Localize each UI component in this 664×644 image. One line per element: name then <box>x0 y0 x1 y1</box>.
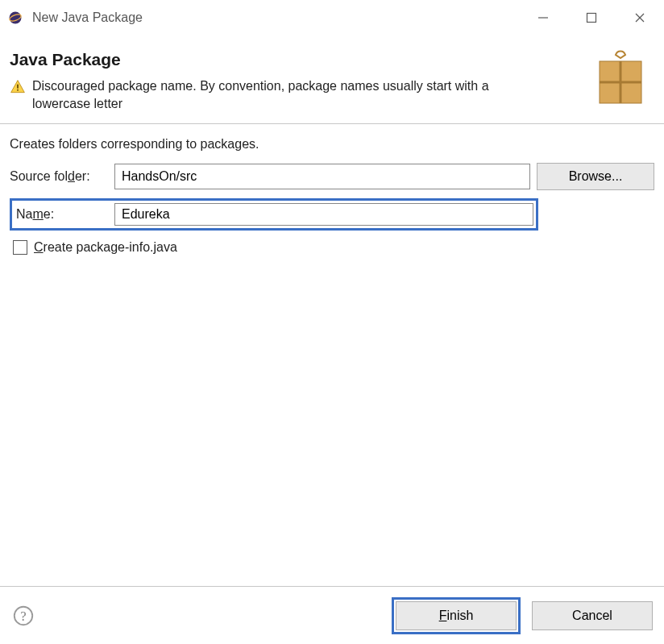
description-text: Creates folders corresponding to package… <box>10 137 654 152</box>
minimize-button[interactable] <box>519 0 567 35</box>
help-icon[interactable]: ? <box>11 604 35 628</box>
package-icon <box>591 50 649 108</box>
svg-rect-7 <box>17 89 19 91</box>
svg-text:?: ? <box>20 609 26 622</box>
name-label: Name: <box>15 207 108 222</box>
close-button[interactable] <box>616 0 664 35</box>
package-info-label[interactable]: Create package-info.java <box>34 240 177 255</box>
maximize-button[interactable] <box>567 0 616 35</box>
dialog-window: New Java Package Java Package Di <box>0 0 664 644</box>
name-row-highlight: Name: <box>10 198 538 231</box>
dialog-header: Java Package Discouraged package name. B… <box>0 35 664 124</box>
package-info-checkbox[interactable] <box>13 240 27 255</box>
source-folder-label: Source folder: <box>10 169 108 184</box>
svg-rect-6 <box>17 85 19 89</box>
dialog-title: Java Package <box>10 50 579 69</box>
name-input[interactable] <box>114 203 533 226</box>
titlebar: New Java Package <box>0 0 664 35</box>
eclipse-icon <box>6 9 24 27</box>
dialog-content: Creates folders corresponding to package… <box>0 124 664 586</box>
warning-icon <box>10 79 26 95</box>
source-folder-row: Source folder: Browse... <box>10 163 654 190</box>
dialog-footer: ? Finish Cancel <box>0 586 664 644</box>
finish-button[interactable]: Finish <box>396 601 517 630</box>
cancel-button[interactable]: Cancel <box>532 601 653 630</box>
dialog-message: Discouraged package name. By convention,… <box>32 77 548 112</box>
svg-point-0 <box>10 12 22 24</box>
source-folder-input[interactable] <box>114 164 530 189</box>
svg-rect-3 <box>587 14 596 23</box>
window-title: New Java Package <box>32 10 143 25</box>
browse-button[interactable]: Browse... <box>537 163 654 190</box>
finish-button-highlight: Finish <box>392 597 521 634</box>
package-info-checkbox-row: Create package-info.java <box>10 240 654 255</box>
